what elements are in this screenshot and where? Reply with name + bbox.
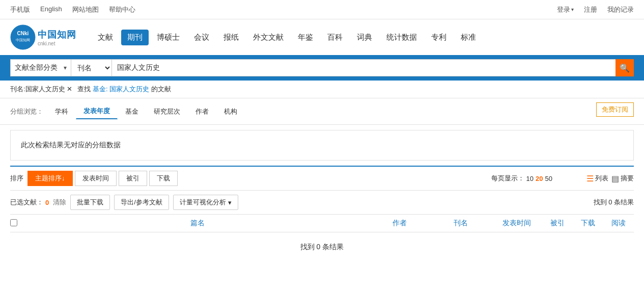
group-tab-niandu[interactable]: 发表年度 xyxy=(76,103,118,119)
th-download[interactable]: 下载 xyxy=(573,219,603,228)
search-input[interactable] xyxy=(112,59,615,76)
sort-bar: 排序 主题排序↓ 发表时间 被引 下载 每页显示： 10 20 50 ☰ 列表 … xyxy=(10,167,634,191)
nav-item-wenxian[interactable]: 文献 xyxy=(92,30,119,45)
select-all-checkbox[interactable] xyxy=(10,219,17,226)
search-submit-button[interactable]: 🔍 xyxy=(615,59,634,76)
group-tab-yanjiu[interactable]: 研究层次 xyxy=(146,104,188,119)
th-title[interactable]: 篇名 xyxy=(25,219,369,228)
view-list-label: 列表 xyxy=(595,174,608,183)
logo-text: 中国知网 xyxy=(38,29,76,41)
batch-download-button[interactable]: 批量下载 xyxy=(70,195,110,210)
abstract-icon: ▤ xyxy=(611,174,619,183)
filter-prefix: 刊名:国家人文历史 xyxy=(10,85,65,93)
th-check xyxy=(10,219,25,228)
view-toggle: ☰ 列表 ▤ 摘要 xyxy=(586,174,634,183)
th-pubdate[interactable]: 发表时间 xyxy=(491,219,542,228)
selected-info: 已选文献： 0 xyxy=(10,198,49,207)
filter-remove-icon[interactable]: ✕ xyxy=(67,85,72,93)
th-journal[interactable]: 刊名 xyxy=(430,219,491,228)
search-type-select[interactable]: 刊名 xyxy=(71,59,112,76)
filter-fund-link[interactable]: 基金: 国家人文历史 xyxy=(93,85,149,93)
group-browse: 分组浏览： 学科 发表年度 基金 研究层次 作者 机构 免费订阅 xyxy=(0,98,644,125)
filter-link-suffix: 的文献 xyxy=(151,85,171,93)
visualize-button[interactable]: 计量可视化分析 ▾ xyxy=(173,195,238,210)
per-page-selector: 每页显示： 10 20 50 xyxy=(491,174,552,183)
nav-item-boshi[interactable]: 博硕士 xyxy=(151,30,186,45)
nav-item-zhuanli[interactable]: 专利 xyxy=(425,30,453,45)
nav-item-tongji[interactable]: 统计数据 xyxy=(380,30,423,45)
clear-button[interactable]: 清除 xyxy=(53,198,66,207)
svg-text:CNki: CNki xyxy=(17,31,29,36)
search-category-label: 文献全部分类 xyxy=(15,63,58,72)
sort-pubdate-button[interactable]: 发表时间 xyxy=(75,171,117,186)
nav-item-cidian[interactable]: 词典 xyxy=(351,30,378,45)
register-link[interactable]: 注册 xyxy=(584,5,597,14)
login-dropdown-icon: ▾ xyxy=(571,7,574,12)
visualize-label: 计量可视化分析 xyxy=(180,198,226,207)
sort-label: 排序 xyxy=(10,174,23,183)
no-data-message: 此次检索结果无对应的分组数据 xyxy=(21,141,121,149)
group-tab-jijin[interactable]: 基金 xyxy=(118,104,146,119)
perpage-10[interactable]: 10 xyxy=(526,175,534,182)
nav-item-baozhi[interactable]: 报纸 xyxy=(217,30,245,45)
group-tab-zuozhe[interactable]: 作者 xyxy=(188,104,216,119)
nav-item-baike[interactable]: 百科 xyxy=(321,30,349,45)
list-icon: ☰ xyxy=(586,174,594,183)
group-tab-xuke[interactable]: 学科 xyxy=(47,104,76,119)
results-section: 排序 主题排序↓ 发表时间 被引 下载 每页显示： 10 20 50 ☰ 列表 … xyxy=(10,166,634,232)
search-bar: 文献全部分类 ▾ 刊名 🔍 xyxy=(0,55,644,81)
selected-label: 已选文献： xyxy=(10,198,43,207)
total-results: 找到 0 条结果 xyxy=(594,198,634,207)
logo-subtext: cnki.net xyxy=(38,41,76,46)
mobile-link[interactable]: 手机版 xyxy=(10,5,30,14)
search-category-dropdown[interactable]: 文献全部分类 ▾ xyxy=(10,59,71,76)
filter-tag: 刊名:国家人文历史 ✕ xyxy=(10,85,72,94)
group-label: 分组浏览： xyxy=(10,107,43,116)
sort-download-button[interactable]: 下载 xyxy=(149,171,178,186)
perpage-50[interactable]: 50 xyxy=(545,175,552,182)
nav-item-waiwenxian[interactable]: 外文文献 xyxy=(247,30,290,45)
svg-point-0 xyxy=(11,25,35,49)
view-abstract-button[interactable]: ▤ 摘要 xyxy=(611,174,634,183)
selected-count: 0 xyxy=(45,199,49,206)
header: CNki 中国知网 中国知网 cnki.net 文献 期刊 博硕士 会议 报纸 … xyxy=(0,19,644,55)
filter-link-area: 查找 基金: 国家人文历史 的文献 xyxy=(77,85,171,94)
free-subscribe-button[interactable]: 免费订阅 xyxy=(596,102,634,117)
bottom-message: 找到 0 条结果 xyxy=(0,232,644,262)
help-link[interactable]: 帮助中心 xyxy=(109,5,135,14)
myrecord-link[interactable]: 我的记录 xyxy=(607,5,634,14)
th-read[interactable]: 阅读 xyxy=(603,219,634,228)
search-icon: 🔍 xyxy=(620,63,630,73)
dropdown-icon: ▾ xyxy=(64,64,67,71)
perpage-20[interactable]: 20 xyxy=(536,175,543,182)
top-nav-left: 手机版 English 网站地图 帮助中心 xyxy=(10,5,557,14)
view-abstract-label: 摘要 xyxy=(621,174,634,183)
login-button[interactable]: 登录 ▾ xyxy=(557,5,574,14)
sitemap-link[interactable]: 网站地图 xyxy=(72,5,99,14)
perpage-label: 每页显示： xyxy=(491,174,524,183)
table-header: 篇名 作者 刊名 发表时间 被引 下载 阅读 xyxy=(10,215,634,232)
main-nav: 文献 期刊 博硕士 会议 报纸 外文文献 年鉴 百科 词典 统计数据 专利 标准 xyxy=(92,30,634,45)
logo-area[interactable]: CNki 中国知网 中国知网 cnki.net xyxy=(10,24,76,50)
nav-item-huiyi[interactable]: 会议 xyxy=(188,30,215,45)
th-author[interactable]: 作者 xyxy=(369,219,430,228)
filter-area: 刊名:国家人文历史 ✕ 查找 基金: 国家人文历史 的文献 xyxy=(0,81,644,98)
group-tab-jigou[interactable]: 机构 xyxy=(216,104,245,119)
top-nav-right: 登录 ▾ 注册 我的记录 xyxy=(557,5,634,14)
th-cited[interactable]: 被引 xyxy=(542,219,573,228)
visualize-dropdown-icon: ▾ xyxy=(228,199,232,206)
view-list-button[interactable]: ☰ 列表 xyxy=(586,174,608,183)
top-nav: 手机版 English 网站地图 帮助中心 登录 ▾ 注册 我的记录 xyxy=(0,0,644,19)
sort-theme-button[interactable]: 主题排序↓ xyxy=(27,171,73,186)
sort-cited-button[interactable]: 被引 xyxy=(119,171,147,186)
filter-link-prefix: 查找 xyxy=(77,85,91,93)
actions-bar: 已选文献： 0 清除 批量下载 导出/参考文献 计量可视化分析 ▾ 找到 0 条… xyxy=(10,191,634,215)
nav-item-biaozhun[interactable]: 标准 xyxy=(455,30,482,45)
svg-text:中国知网: 中国知网 xyxy=(16,38,30,42)
nav-item-nianjian[interactable]: 年鉴 xyxy=(292,30,319,45)
export-button[interactable]: 导出/参考文献 xyxy=(114,195,169,210)
english-link[interactable]: English xyxy=(40,5,62,14)
no-data-box: 此次检索结果无对应的分组数据 xyxy=(10,130,634,161)
nav-item-qikan[interactable]: 期刊 xyxy=(121,30,149,45)
